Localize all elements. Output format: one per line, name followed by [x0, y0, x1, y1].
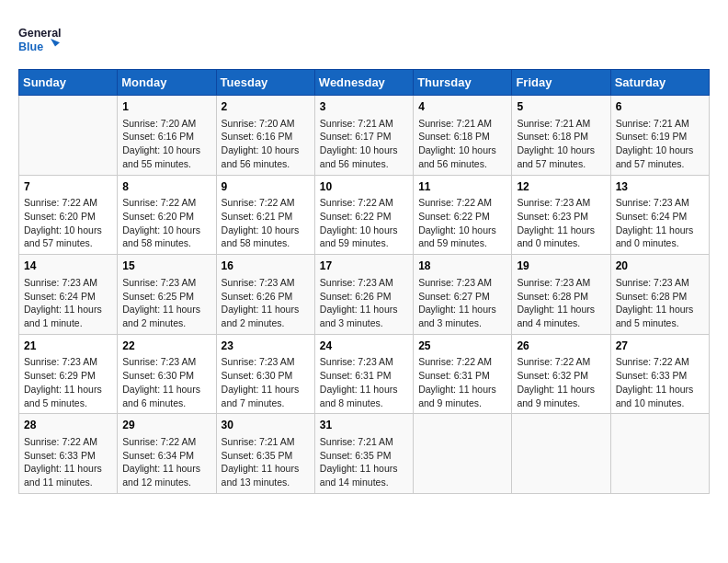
calendar-cell: 15Sunrise: 7:23 AM Sunset: 6:25 PM Dayli…	[118, 255, 216, 335]
day-number: 31	[320, 418, 408, 433]
week-row-5: 28Sunrise: 7:22 AM Sunset: 6:33 PM Dayli…	[19, 414, 710, 494]
calendar-cell	[19, 96, 118, 176]
day-info: Sunrise: 7:22 AM Sunset: 6:22 PM Dayligh…	[418, 196, 506, 250]
calendar-cell: 11Sunrise: 7:22 AM Sunset: 6:22 PM Dayli…	[414, 175, 512, 255]
day-number: 14	[24, 259, 112, 274]
day-info: Sunrise: 7:23 AM Sunset: 6:24 PM Dayligh…	[24, 276, 112, 330]
calendar-cell	[512, 414, 610, 494]
week-row-2: 7Sunrise: 7:22 AM Sunset: 6:20 PM Daylig…	[19, 175, 710, 255]
calendar-cell: 22Sunrise: 7:23 AM Sunset: 6:30 PM Dayli…	[118, 334, 216, 414]
column-header-sunday: Sunday	[19, 70, 118, 96]
day-info: Sunrise: 7:22 AM Sunset: 6:21 PM Dayligh…	[222, 196, 310, 250]
calendar-cell: 14Sunrise: 7:23 AM Sunset: 6:24 PM Dayli…	[19, 255, 118, 335]
day-number: 29	[122, 418, 210, 433]
day-info: Sunrise: 7:23 AM Sunset: 6:28 PM Dayligh…	[616, 276, 704, 330]
calendar-cell: 17Sunrise: 7:23 AM Sunset: 6:26 PM Dayli…	[314, 255, 413, 335]
calendar-cell: 29Sunrise: 7:22 AM Sunset: 6:34 PM Dayli…	[118, 414, 216, 494]
day-info: Sunrise: 7:21 AM Sunset: 6:35 PM Dayligh…	[320, 435, 408, 489]
day-number: 24	[320, 339, 408, 354]
week-row-3: 14Sunrise: 7:23 AM Sunset: 6:24 PM Dayli…	[19, 255, 710, 335]
calendar-cell: 9Sunrise: 7:22 AM Sunset: 6:21 PM Daylig…	[216, 175, 314, 255]
day-number: 25	[418, 339, 506, 354]
calendar-header: SundayMondayTuesdayWednesdayThursdayFrid…	[19, 70, 710, 96]
day-number: 21	[24, 339, 112, 354]
calendar-cell	[610, 414, 709, 494]
day-number: 23	[222, 339, 310, 354]
calendar-cell: 10Sunrise: 7:22 AM Sunset: 6:22 PM Dayli…	[314, 175, 413, 255]
day-info: Sunrise: 7:22 AM Sunset: 6:33 PM Dayligh…	[616, 355, 704, 409]
column-header-wednesday: Wednesday	[314, 70, 413, 96]
day-number: 27	[616, 339, 704, 354]
calendar-cell: 20Sunrise: 7:23 AM Sunset: 6:28 PM Dayli…	[610, 255, 709, 335]
day-info: Sunrise: 7:23 AM Sunset: 6:30 PM Dayligh…	[222, 355, 310, 409]
day-info: Sunrise: 7:23 AM Sunset: 6:24 PM Dayligh…	[616, 196, 704, 250]
day-info: Sunrise: 7:23 AM Sunset: 6:28 PM Dayligh…	[517, 276, 605, 330]
day-info: Sunrise: 7:21 AM Sunset: 6:18 PM Dayligh…	[418, 117, 506, 171]
day-number: 11	[418, 179, 506, 195]
calendar-table: SundayMondayTuesdayWednesdayThursdayFrid…	[18, 69, 710, 494]
calendar-cell: 8Sunrise: 7:22 AM Sunset: 6:20 PM Daylig…	[118, 175, 216, 255]
day-number: 3	[320, 99, 408, 115]
day-number: 22	[122, 339, 210, 354]
svg-text:General: General	[18, 27, 62, 40]
day-info: Sunrise: 7:21 AM Sunset: 6:35 PM Dayligh…	[222, 435, 310, 489]
calendar-cell: 6Sunrise: 7:21 AM Sunset: 6:19 PM Daylig…	[610, 96, 709, 176]
day-number: 26	[517, 339, 605, 354]
calendar-cell: 12Sunrise: 7:23 AM Sunset: 6:23 PM Dayli…	[512, 175, 610, 255]
day-info: Sunrise: 7:22 AM Sunset: 6:31 PM Dayligh…	[418, 355, 506, 409]
calendar-cell: 5Sunrise: 7:21 AM Sunset: 6:18 PM Daylig…	[512, 96, 610, 176]
day-number: 28	[24, 418, 112, 433]
calendar-cell: 27Sunrise: 7:22 AM Sunset: 6:33 PM Dayli…	[610, 334, 709, 414]
calendar-cell: 31Sunrise: 7:21 AM Sunset: 6:35 PM Dayli…	[314, 414, 413, 494]
day-info: Sunrise: 7:23 AM Sunset: 6:26 PM Dayligh…	[320, 276, 408, 330]
day-number: 6	[616, 99, 704, 115]
column-header-thursday: Thursday	[414, 70, 512, 96]
calendar-cell: 13Sunrise: 7:23 AM Sunset: 6:24 PM Dayli…	[610, 175, 709, 255]
calendar-cell: 28Sunrise: 7:22 AM Sunset: 6:33 PM Dayli…	[19, 414, 118, 494]
column-header-saturday: Saturday	[610, 70, 709, 96]
day-info: Sunrise: 7:22 AM Sunset: 6:33 PM Dayligh…	[24, 435, 112, 489]
day-info: Sunrise: 7:22 AM Sunset: 6:20 PM Dayligh…	[122, 196, 210, 250]
day-info: Sunrise: 7:21 AM Sunset: 6:17 PM Dayligh…	[320, 117, 408, 171]
calendar-cell: 23Sunrise: 7:23 AM Sunset: 6:30 PM Dayli…	[216, 334, 314, 414]
calendar-cell: 1Sunrise: 7:20 AM Sunset: 6:16 PM Daylig…	[118, 96, 216, 176]
calendar-cell: 25Sunrise: 7:22 AM Sunset: 6:31 PM Dayli…	[414, 334, 512, 414]
column-header-friday: Friday	[512, 70, 610, 96]
day-number: 8	[122, 179, 210, 195]
day-number: 30	[222, 418, 310, 433]
day-info: Sunrise: 7:20 AM Sunset: 6:16 PM Dayligh…	[122, 117, 210, 171]
calendar-cell: 7Sunrise: 7:22 AM Sunset: 6:20 PM Daylig…	[19, 175, 118, 255]
day-number: 7	[24, 179, 112, 195]
day-info: Sunrise: 7:23 AM Sunset: 6:29 PM Dayligh…	[24, 355, 112, 409]
day-number: 12	[517, 179, 605, 195]
calendar-cell: 16Sunrise: 7:23 AM Sunset: 6:26 PM Dayli…	[216, 255, 314, 335]
day-info: Sunrise: 7:22 AM Sunset: 6:20 PM Dayligh…	[24, 196, 112, 250]
day-number: 16	[222, 259, 310, 274]
calendar-body: 1Sunrise: 7:20 AM Sunset: 6:16 PM Daylig…	[19, 96, 710, 494]
day-info: Sunrise: 7:20 AM Sunset: 6:16 PM Dayligh…	[222, 117, 310, 171]
day-info: Sunrise: 7:23 AM Sunset: 6:30 PM Dayligh…	[122, 355, 210, 409]
day-number: 19	[517, 259, 605, 274]
header-row: SundayMondayTuesdayWednesdayThursdayFrid…	[19, 70, 710, 96]
week-row-1: 1Sunrise: 7:20 AM Sunset: 6:16 PM Daylig…	[19, 96, 710, 176]
day-number: 13	[616, 179, 704, 195]
day-info: Sunrise: 7:21 AM Sunset: 6:18 PM Dayligh…	[517, 117, 605, 171]
day-number: 2	[222, 99, 310, 115]
column-header-monday: Monday	[118, 70, 216, 96]
week-row-4: 21Sunrise: 7:23 AM Sunset: 6:29 PM Dayli…	[19, 334, 710, 414]
calendar-cell: 24Sunrise: 7:23 AM Sunset: 6:31 PM Dayli…	[314, 334, 413, 414]
calendar-cell: 3Sunrise: 7:21 AM Sunset: 6:17 PM Daylig…	[314, 96, 413, 176]
day-info: Sunrise: 7:22 AM Sunset: 6:32 PM Dayligh…	[517, 355, 605, 409]
day-info: Sunrise: 7:22 AM Sunset: 6:22 PM Dayligh…	[320, 196, 408, 250]
day-number: 4	[418, 99, 506, 115]
logo: General Blue	[18, 18, 64, 60]
calendar-cell: 26Sunrise: 7:22 AM Sunset: 6:32 PM Dayli…	[512, 334, 610, 414]
svg-text:Blue: Blue	[18, 40, 43, 53]
logo-svg: General Blue	[18, 18, 64, 60]
page-header: General Blue	[18, 18, 710, 60]
calendar-cell: 2Sunrise: 7:20 AM Sunset: 6:16 PM Daylig…	[216, 96, 314, 176]
day-number: 1	[122, 99, 210, 115]
day-info: Sunrise: 7:22 AM Sunset: 6:34 PM Dayligh…	[122, 435, 210, 489]
calendar-cell: 21Sunrise: 7:23 AM Sunset: 6:29 PM Dayli…	[19, 334, 118, 414]
day-number: 17	[320, 259, 408, 274]
